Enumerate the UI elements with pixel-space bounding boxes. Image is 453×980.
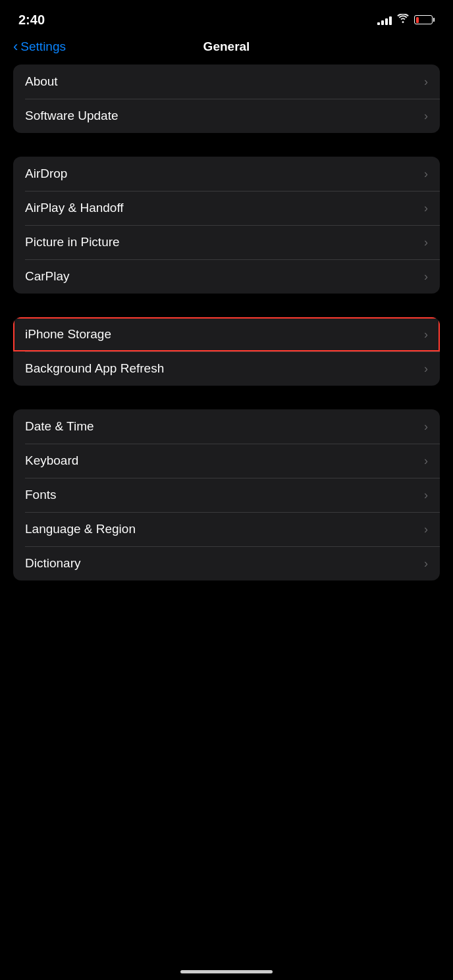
iphone-storage-label: iPhone Storage xyxy=(25,327,111,342)
home-indicator xyxy=(180,970,273,973)
airdrop-item[interactable]: AirDrop › xyxy=(13,157,440,191)
section-datetime: Date & Time › Keyboard › Fonts › Languag… xyxy=(13,409,440,580)
keyboard-item[interactable]: Keyboard › xyxy=(13,444,440,478)
back-label: Settings xyxy=(20,39,66,54)
fonts-item[interactable]: Fonts › xyxy=(13,478,440,512)
carplay-label: CarPlay xyxy=(25,269,70,284)
signal-bars-icon xyxy=(377,14,392,25)
dictionary-label: Dictionary xyxy=(25,556,80,571)
status-bar: 2:40 xyxy=(0,0,453,36)
dictionary-item[interactable]: Dictionary › xyxy=(13,546,440,580)
airplay-handoff-chevron-icon: › xyxy=(424,201,428,215)
carplay-chevron-icon: › xyxy=(424,270,428,284)
date-time-chevron-icon: › xyxy=(424,420,428,434)
back-button[interactable]: ‹ Settings xyxy=(13,39,66,54)
iphone-storage-chevron-icon: › xyxy=(424,328,428,342)
software-update-label: Software Update xyxy=(25,109,119,123)
picture-in-picture-chevron-icon: › xyxy=(424,236,428,249)
status-time: 2:40 xyxy=(18,13,45,28)
airplay-handoff-label: AirPlay & Handoff xyxy=(25,201,124,215)
battery-icon xyxy=(414,15,435,24)
dictionary-chevron-icon: › xyxy=(424,557,428,571)
page-title: General xyxy=(203,39,250,54)
date-time-item[interactable]: Date & Time › xyxy=(13,409,440,444)
about-chevron-icon: › xyxy=(424,75,428,89)
keyboard-label: Keyboard xyxy=(25,453,78,468)
nav-bar: ‹ Settings General xyxy=(0,36,453,64)
fonts-chevron-icon: › xyxy=(424,488,428,502)
language-region-item[interactable]: Language & Region › xyxy=(13,512,440,546)
section-storage: iPhone Storage › Background App Refresh … xyxy=(13,317,440,386)
about-item[interactable]: About › xyxy=(13,64,440,99)
about-label: About xyxy=(25,74,58,89)
background-app-refresh-item[interactable]: Background App Refresh › xyxy=(13,351,440,386)
picture-in-picture-label: Picture in Picture xyxy=(25,235,120,249)
section-airdrop: AirDrop › AirPlay & Handoff › Picture in… xyxy=(13,157,440,294)
airdrop-label: AirDrop xyxy=(25,167,67,181)
background-app-refresh-chevron-icon: › xyxy=(424,362,428,376)
settings-content: About › Software Update › AirDrop › AirP… xyxy=(0,64,453,580)
airplay-handoff-item[interactable]: AirPlay & Handoff › xyxy=(13,191,440,225)
picture-in-picture-item[interactable]: Picture in Picture › xyxy=(13,225,440,259)
airdrop-chevron-icon: › xyxy=(424,167,428,181)
carplay-item[interactable]: CarPlay › xyxy=(13,259,440,294)
software-update-item[interactable]: Software Update › xyxy=(13,99,440,133)
keyboard-chevron-icon: › xyxy=(424,454,428,468)
software-update-chevron-icon: › xyxy=(424,109,428,123)
back-chevron-icon: ‹ xyxy=(13,39,18,54)
background-app-refresh-label: Background App Refresh xyxy=(25,361,164,376)
status-icons xyxy=(377,14,435,26)
fonts-label: Fonts xyxy=(25,488,57,502)
language-region-chevron-icon: › xyxy=(424,523,428,536)
iphone-storage-item[interactable]: iPhone Storage › xyxy=(13,317,440,351)
wifi-icon xyxy=(397,14,409,26)
date-time-label: Date & Time xyxy=(25,419,94,434)
section-about: About › Software Update › xyxy=(13,64,440,133)
language-region-label: Language & Region xyxy=(25,522,136,536)
